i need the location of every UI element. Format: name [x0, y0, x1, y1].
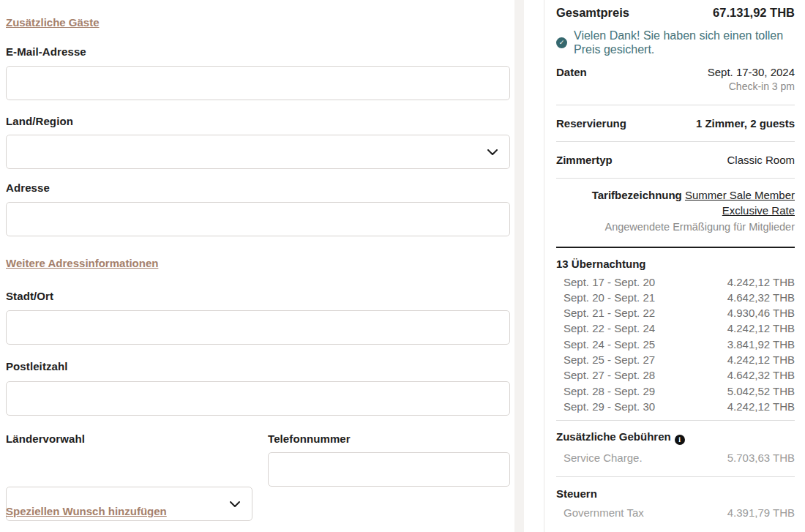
reservation-row: Reservierung 1 Zimmer, 2 guests: [556, 117, 795, 130]
rate-name-link[interactable]: Summer Sale Member Exclusive Rate: [685, 189, 795, 217]
member-discount-note: Angewendete Ermäßigung für Mitglieder: [556, 220, 795, 235]
room-type-label: Zimmertyp: [556, 154, 613, 166]
night-row: Sept. 28 - Sept. 29 5.042,52 THB: [556, 383, 795, 399]
dates-label: Daten: [556, 66, 587, 78]
postal-code-label: Postleitzahl: [6, 360, 68, 372]
guest-details-form: Zusätzliche Gäste E-Mail-Adresse Land/Re…: [0, 0, 514, 532]
tax-row: Government Tax 4.391,79 THB: [556, 507, 795, 519]
email-label: E-Mail-Adresse: [6, 45, 86, 58]
night-row: Sept. 29 - Sept. 30 4.242,12 THB: [556, 399, 795, 414]
night-row: Sept. 25 - Sept. 27 4.242,12 THB: [556, 352, 795, 367]
night-row: Sept. 20 - Sept. 21 4.642,32 THB: [556, 290, 795, 305]
divider: [556, 141, 795, 142]
nights-heading: 13 Übernachtung: [556, 258, 795, 270]
night-amount: 4.242,12 THB: [727, 321, 795, 336]
taxes-heading: Steuern: [556, 487, 795, 500]
fee-name: Service Charge.: [564, 452, 643, 464]
additional-guests-link[interactable]: Zusätzliche Gäste: [6, 16, 100, 29]
room-type-row: Zimmertyp Classic Room: [556, 154, 795, 166]
price-summary-panel: Gesamtpreis 67.131,92 THB ✓ Vielen Dank!…: [544, 0, 805, 532]
divider: [556, 420, 795, 421]
rate-name-row: Tarifbezeichnung Summer Sale Member Excl…: [556, 188, 795, 235]
fee-amount: 5.703,63 THB: [727, 452, 795, 464]
night-range: Sept. 28 - Sept. 29: [564, 383, 655, 399]
rate-name-label: Tarifbezeichnung: [592, 189, 682, 201]
address-field[interactable]: [6, 202, 510, 236]
rate-secured-text: Vielen Dank! Sie haben sich einen tollen…: [574, 29, 795, 56]
night-row: Sept. 17 - Sept. 20 4.242,12 THB: [556, 274, 795, 290]
nights-list: Sept. 17 - Sept. 20 4.242,12 THB Sept. 2…: [556, 274, 795, 415]
divider-dark: [556, 247, 795, 248]
tax-amount: 4.391,79 THB: [727, 507, 795, 519]
checkin-note: Check-in 3 pm: [708, 80, 795, 92]
phone-field[interactable]: [268, 452, 510, 487]
divider: [556, 476, 795, 477]
postal-code-field[interactable]: [6, 381, 510, 416]
room-type-value: Classic Room: [727, 154, 795, 166]
reservation-value: 1 Zimmer, 2 guests: [696, 117, 795, 130]
night-row: Sept. 21 - Sept. 22 4.930,46 THB: [556, 305, 795, 321]
reservation-label: Reservierung: [556, 117, 626, 130]
rate-secured-message: ✓ Vielen Dank! Sie haben sich einen toll…: [556, 29, 795, 56]
night-range: Sept. 22 - Sept. 24: [564, 321, 655, 336]
booking-checkout-page: Zusätzliche Gäste E-Mail-Adresse Land/Re…: [0, 0, 805, 532]
dates-row: Daten Sept. 17-30, 2024 Check-in 3 pm: [556, 66, 795, 92]
country-select[interactable]: [6, 135, 510, 169]
dates-value: Sept. 17-30, 2024: [708, 66, 795, 78]
tax-name: Government Tax: [564, 507, 644, 519]
email-field[interactable]: [6, 66, 510, 100]
night-range: Sept. 27 - Sept. 28: [564, 367, 655, 383]
night-amount: 4.242,12 THB: [727, 274, 795, 290]
night-amount: 4.930,46 THB: [727, 305, 795, 321]
total-price-value: 67.131,92 THB: [713, 6, 795, 20]
country-code-label: Ländervorwahl: [6, 432, 85, 445]
night-range: Sept. 21 - Sept. 22: [564, 305, 655, 321]
info-icon[interactable]: i: [675, 435, 685, 445]
total-price-label: Gesamtpreis: [556, 6, 629, 20]
night-amount: 4.642,32 THB: [727, 367, 795, 383]
night-amount: 5.042,52 THB: [727, 383, 795, 399]
fees-heading: Zusätzliche Gebühren: [556, 430, 671, 443]
night-amount: 4.242,12 THB: [727, 399, 795, 414]
night-range: Sept. 25 - Sept. 27: [564, 352, 655, 367]
night-range: Sept. 24 - Sept. 25: [564, 337, 655, 352]
night-amount: 3.841,92 THB: [727, 337, 795, 352]
address-label: Adresse: [6, 181, 50, 194]
fees-heading-row: Zusätzliche Gebühreni: [556, 430, 795, 445]
night-amount: 4.242,12 THB: [727, 352, 795, 367]
fee-row: Service Charge. 5.703,63 THB: [556, 452, 795, 464]
night-amount: 4.642,32 THB: [727, 290, 795, 305]
night-row: Sept. 24 - Sept. 25 3.841,92 THB: [556, 337, 795, 352]
city-field[interactable]: [6, 310, 510, 345]
country-label: Land/Region: [6, 115, 73, 127]
night-range: Sept. 29 - Sept. 30: [564, 399, 655, 414]
check-circle-icon: ✓: [556, 37, 567, 48]
scrollbar-track[interactable]: [514, 0, 524, 532]
night-row: Sept. 27 - Sept. 28 4.642,32 THB: [556, 367, 795, 383]
more-address-info-link[interactable]: Weitere Adressinformationen: [6, 257, 158, 269]
night-row: Sept. 22 - Sept. 24 4.242,12 THB: [556, 321, 795, 336]
night-range: Sept. 20 - Sept. 21: [564, 290, 655, 305]
add-special-request-link[interactable]: Speziellen Wunsch hinzufügen: [6, 505, 167, 517]
divider: [556, 105, 795, 105]
night-range: Sept. 17 - Sept. 20: [564, 274, 655, 290]
divider: [556, 178, 795, 179]
phone-label: Telefonnummer: [268, 432, 351, 445]
city-label: Stadt/Ort: [6, 290, 53, 302]
total-price-row: Gesamtpreis 67.131,92 THB: [556, 6, 795, 20]
